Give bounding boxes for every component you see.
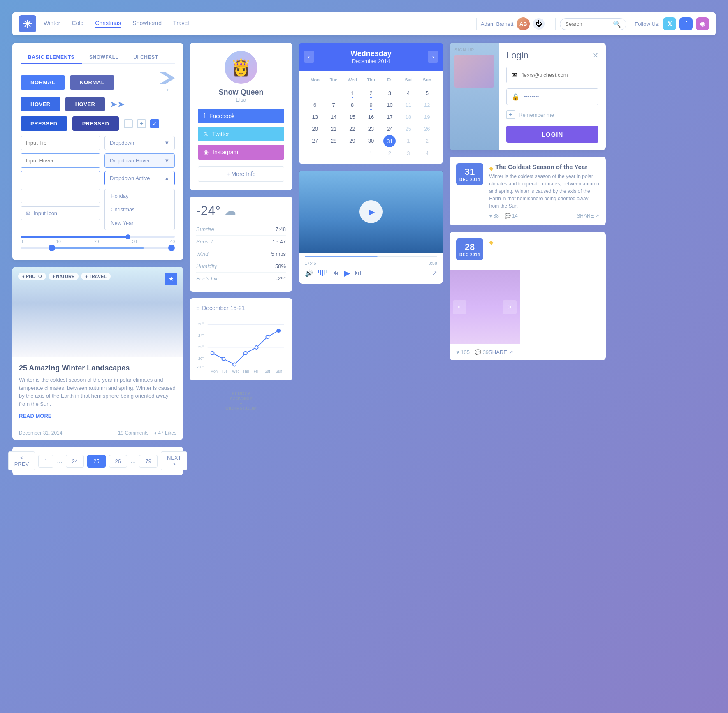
cal-cell-22[interactable]: 22 [343,123,362,135]
remember-checkbox[interactable]: + [506,110,515,119]
video-play-button[interactable]: ▶ [359,200,383,223]
more-info-button[interactable]: + More Info [198,166,284,182]
search-input[interactable] [565,21,610,27]
nav-power-button[interactable]: ⏻ [533,18,545,30]
nav-link-snowboard[interactable]: Snowboard [132,20,162,28]
cal-cell-31-today[interactable]: 31 [383,135,396,147]
instagram-button[interactable]: ◉ Instagram [198,145,284,160]
slider-2-thumb-right[interactable] [168,245,175,251]
cal-cell-1[interactable]: 1 [343,87,362,99]
slider-2-thumb-left[interactable] [49,245,55,251]
page-25[interactable]: 25 [87,455,105,468]
pressed-button-1[interactable]: PRESSED [21,116,67,131]
dropdown-item-1[interactable]: Christmas [105,203,174,216]
cal-cell-6[interactable]: 6 [306,99,324,111]
dropdown-active[interactable]: Dropdown Active ▲ [104,171,175,185]
nav-link-cold[interactable]: Cold [72,20,83,28]
gallery-prev-button[interactable]: < [453,300,466,314]
page-79[interactable]: 79 [139,455,157,468]
cal-cell-15[interactable]: 15 [343,111,362,123]
slider-1-thumb[interactable] [125,234,130,239]
cal-cell-20[interactable]: 20 [306,123,324,135]
nav-link-christmas[interactable]: Christmas [95,20,121,28]
dropdown-default[interactable]: Dropdown ▼ [104,136,175,150]
prev-button[interactable]: < PREV [8,451,35,470]
video-fullscreen-button[interactable]: ⤢ [432,269,437,277]
cal-cell-16[interactable]: 16 [362,111,380,123]
cal-cell-3[interactable]: 3 [380,87,399,99]
cal-cell-oth-1[interactable]: 1 [399,135,417,147]
cal-cell-oth-3[interactable]: 1 [362,147,380,159]
dropdown-hover[interactable]: Dropdown Hover ▼ [104,153,175,168]
video-volume-icon[interactable]: 🔊 [305,269,313,277]
instagram-follow-icon[interactable]: ◉ [696,17,709,30]
arrow-right-1[interactable] [160,72,175,84]
cal-cell-30[interactable]: 30 [362,135,380,147]
cal-cell-26[interactable]: 26 [418,123,436,135]
cal-cell-13[interactable]: 13 [306,111,324,123]
pressed-button-2[interactable]: PRESSED [72,116,119,131]
cal-cell-24[interactable]: 24 [380,123,399,135]
cal-cell-25[interactable]: 25 [399,123,417,135]
video-fast-forward-button[interactable]: ⏭ [355,269,362,277]
page-26[interactable]: 26 [109,455,127,468]
input-tip[interactable] [21,136,100,150]
login-password-input[interactable] [524,94,593,100]
checkbox-plus[interactable]: + [137,119,146,128]
tab-snowfall[interactable]: SNOWFALL [82,51,126,64]
input-active[interactable]: Input Active [21,171,100,185]
cal-cell-oth-6[interactable]: 4 [418,147,436,159]
nav-link-travel[interactable]: Travel [173,20,189,28]
cal-cell-21[interactable]: 21 [324,123,343,135]
cal-cell-23[interactable]: 23 [362,123,380,135]
input-hover[interactable] [21,153,100,168]
cal-cell-7[interactable]: 7 [324,99,343,111]
page-1[interactable]: 1 [38,455,53,468]
hover-button-1[interactable]: HOVER [21,97,60,111]
cal-cell-oth-2[interactable]: 2 [418,135,436,147]
video-rewind-button[interactable]: ⏮ [332,269,339,277]
login-button[interactable]: LOGIN [506,126,598,143]
checkbox-checked[interactable]: ✓ [150,119,159,128]
cal-cell-29[interactable]: 29 [343,135,362,147]
input-filled[interactable]: Input Filled [21,189,100,203]
hover-button-2[interactable]: HOVER [65,97,105,111]
cal-cell-5[interactable]: 5 [418,87,436,99]
video-play-pause-button[interactable]: ▶ [344,268,350,278]
cal-cell-2[interactable]: 2 [362,87,380,99]
nav-link-winter[interactable]: Winter [44,20,60,28]
cal-cell-9[interactable]: 9 [362,99,380,111]
cal-cell-oth-4[interactable]: 2 [380,147,399,159]
calendar-next-button[interactable]: › [428,51,438,63]
login-email-input[interactable] [521,72,593,78]
twitter-button[interactable]: 𝕏 Twitter [198,127,284,141]
gallery-next-button[interactable]: > [503,300,516,314]
cal-cell-17[interactable]: 17 [380,111,399,123]
dropdown-item-2[interactable]: New Year [105,216,174,230]
cal-cell-14[interactable]: 14 [324,111,343,123]
checkbox-empty[interactable] [124,119,133,128]
cal-cell-10[interactable]: 10 [380,99,399,111]
normal-button-1[interactable]: NORMAL [21,75,65,90]
cal-cell-18[interactable]: 18 [399,111,417,123]
tab-ui-chest[interactable]: UI CHEST [126,51,165,64]
read-more-link[interactable]: READ MORE [19,413,176,419]
cal-cell-12[interactable]: 12 [418,99,436,111]
cal-cell-4[interactable]: 4 [399,87,417,99]
login-close-button[interactable]: ✕ [592,51,598,60]
cal-cell-19[interactable]: 19 [418,111,436,123]
gallery-share-button[interactable]: SHARE ↗ [489,349,513,355]
cal-cell-11[interactable]: 11 [399,99,417,111]
twitter-follow-icon[interactable]: 𝕏 [663,17,676,30]
cal-cell-27[interactable]: 27 [306,135,324,147]
normal-button-2[interactable]: NORMAL [70,75,114,90]
tab-basic-elements[interactable]: BASIC ELEMENTS [21,51,82,64]
dropdown-item-0[interactable]: Holiday [105,189,174,203]
cal-cell-8[interactable]: 8 [343,99,362,111]
page-24[interactable]: 24 [66,455,84,468]
facebook-follow-icon[interactable]: f [679,17,693,30]
cal-cell-oth-5[interactable]: 3 [399,147,417,159]
next-button[interactable]: NEXT > [161,451,187,470]
news-share-1[interactable]: SHARE ↗ [577,213,599,219]
cal-cell-28[interactable]: 28 [324,135,343,147]
